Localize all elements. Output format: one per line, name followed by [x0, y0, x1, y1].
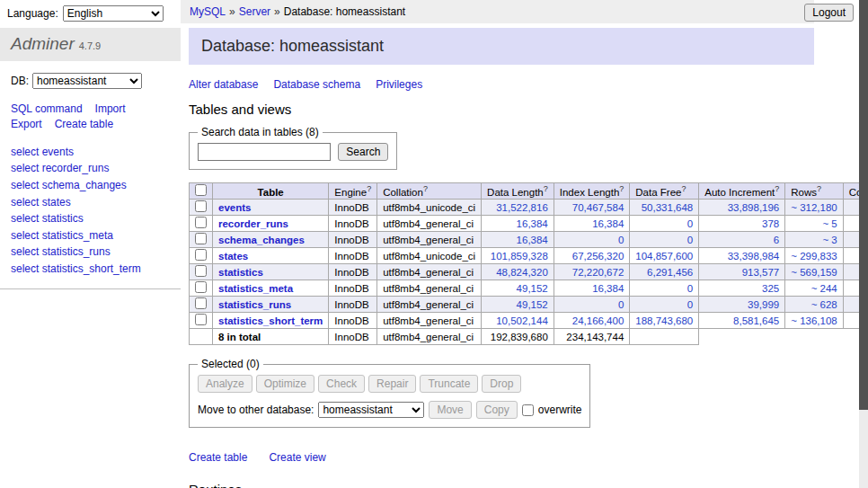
sidebar-select-table-link[interactable]: select schema_changes — [11, 177, 170, 194]
column-help-link[interactable]: ? — [423, 184, 428, 193]
tables-body: events InnoDB utf8mb4_unicode_ci 31,522,… — [190, 200, 868, 329]
sidebar-import-link[interactable]: Import — [95, 102, 126, 115]
table-name-link[interactable]: statistics — [218, 267, 263, 278]
search-input[interactable] — [198, 143, 331, 161]
sidebar-export-link[interactable]: Export — [11, 118, 42, 130]
search-button[interactable]: Search — [338, 143, 388, 161]
collation-cell: utf8mb4_general_ci — [377, 232, 482, 248]
scrollbar-thumb[interactable] — [859, 0, 868, 410]
row-checkbox[interactable] — [195, 249, 207, 261]
db-select[interactable]: homeassistant — [32, 73, 142, 89]
language-select[interactable]: English — [63, 5, 164, 22]
rows-count-link[interactable]: ~ 312,180 — [785, 200, 843, 216]
table-name-link[interactable]: statistics_runs — [218, 299, 291, 310]
row-checkbox[interactable] — [195, 281, 207, 293]
database-action-link[interactable]: Privileges — [376, 78, 422, 91]
engine-cell: InnoDB — [329, 297, 377, 313]
engine-cell: InnoDB — [329, 232, 377, 248]
table-name-link[interactable]: statistics_meta — [218, 283, 293, 294]
table-name-link[interactable]: schema_changes — [218, 235, 305, 245]
row-checkbox[interactable] — [195, 233, 207, 244]
column-header-label: Engine — [334, 187, 367, 198]
column-help-link[interactable]: ? — [544, 184, 548, 193]
column-help-link[interactable]: ? — [775, 184, 779, 193]
column-header-label: Auto Increment — [704, 187, 775, 198]
breadcrumb-separator: » — [274, 5, 280, 18]
column-help-link[interactable]: ? — [681, 184, 686, 193]
column-help-link[interactable]: ? — [817, 184, 821, 193]
rows-count-link[interactable]: ~ 569,159 — [785, 264, 843, 280]
data-free-cell: 104,857,600 — [630, 248, 699, 264]
move-controls: Move to other database: homeassistant Mo… — [198, 401, 581, 419]
sidebar-sql-command-link[interactable]: SQL command — [11, 102, 83, 115]
rows-count-link[interactable]: ~ 244 — [785, 280, 843, 297]
move-button[interactable]: Move — [429, 401, 471, 419]
bulk-action-button[interactable]: Optimize — [256, 375, 314, 393]
copy-button[interactable]: Copy — [476, 401, 518, 419]
overwrite-label: overwrite — [538, 404, 582, 416]
row-checkbox[interactable] — [195, 200, 207, 212]
breadcrumb-server-link[interactable]: Server — [239, 5, 270, 18]
data-free-cell: 0 — [630, 297, 699, 313]
rows-count-link[interactable]: ~ 628 — [785, 297, 843, 313]
create-link[interactable]: Create view — [269, 451, 325, 464]
select-all-checkbox[interactable] — [195, 184, 207, 196]
data-free-cell: 188,743,680 — [630, 313, 699, 329]
bulk-action-button[interactable]: Analyze — [198, 375, 252, 393]
table-name-link[interactable]: recorder_runs — [218, 218, 288, 229]
table-name-link[interactable]: statistics_short_term — [218, 315, 323, 326]
row-checkbox-cell — [190, 216, 213, 232]
sidebar-select-table-link[interactable]: select statistics — [11, 210, 170, 227]
sidebar-select-table-link[interactable]: select states — [11, 194, 170, 211]
database-action-link[interactable]: Database schema — [273, 78, 360, 91]
rows-count-link[interactable]: ~ 3 — [785, 232, 843, 248]
sidebar-select-table-link[interactable]: select statistics_meta — [11, 227, 170, 244]
row-checkbox[interactable] — [195, 314, 207, 325]
move-db-select[interactable]: homeassistant — [318, 402, 424, 418]
sidebar-select-table-link[interactable]: select events — [11, 144, 170, 161]
search-legend: Search data in tables (8) — [198, 126, 323, 138]
language-control: Language:English — [7, 5, 164, 22]
data-free-cell: 6,291,456 — [630, 264, 699, 280]
bulk-action-button[interactable]: Drop — [482, 375, 521, 393]
bulk-action-button[interactable]: Truncate — [420, 375, 478, 393]
rows-count-link[interactable]: ~ 299,833 — [785, 248, 843, 264]
total-data-free-cell — [630, 329, 699, 345]
total-empty-cell — [190, 329, 213, 345]
column-header: Table — [213, 183, 329, 200]
row-checkbox[interactable] — [195, 265, 207, 277]
row-checkbox-cell — [190, 264, 213, 280]
bulk-action-button[interactable]: Repair — [368, 375, 416, 393]
tables-heading: Tables and views — [189, 102, 814, 117]
sidebar-select-table-link[interactable]: select statistics_runs — [11, 244, 170, 261]
rows-count-link[interactable]: ~ 136,108 — [785, 313, 843, 329]
collation-cell: utf8mb4_general_ci — [377, 313, 482, 329]
total-label: 8 in total — [213, 329, 329, 345]
create-link[interactable]: Create table — [189, 451, 247, 464]
logout-button[interactable]: Logout — [804, 4, 854, 22]
row-checkbox-cell — [190, 313, 213, 329]
row-checkbox[interactable] — [195, 217, 207, 228]
database-action-link[interactable]: Alter database — [189, 78, 258, 91]
column-header-label: Collation — [383, 187, 423, 198]
column-help-link[interactable]: ? — [367, 184, 371, 193]
data-free-cell: 0 — [630, 280, 699, 297]
row-checkbox[interactable] — [195, 297, 207, 309]
sidebar-select-table-link[interactable]: select statistics_short_term — [11, 261, 170, 278]
sidebar-create-table-link[interactable]: Create table — [55, 118, 113, 130]
bulk-action-button[interactable]: Check — [318, 375, 365, 393]
table-name-link[interactable]: states — [218, 251, 248, 262]
table-name-link[interactable]: events — [218, 202, 251, 213]
breadcrumb-mysql-link[interactable]: MySQL — [190, 5, 226, 18]
rows-count-link[interactable]: ~ 5 — [785, 216, 843, 232]
column-help-link[interactable]: ? — [619, 184, 624, 193]
table-name-cell: schema_changes — [213, 232, 329, 248]
data-length-cell: 48,824,320 — [482, 264, 554, 280]
tables-overview-table: Table Engine? Collation? Data Length? In… — [189, 182, 868, 345]
sidebar-select-table-link[interactable]: select recorder_runs — [11, 160, 170, 177]
overwrite-checkbox[interactable] — [522, 404, 534, 416]
language-label: Language: — [7, 7, 58, 20]
table-name-cell: statistics_meta — [213, 280, 329, 297]
vertical-scrollbar[interactable] — [859, 0, 868, 488]
routines-heading: Routines — [189, 482, 814, 488]
